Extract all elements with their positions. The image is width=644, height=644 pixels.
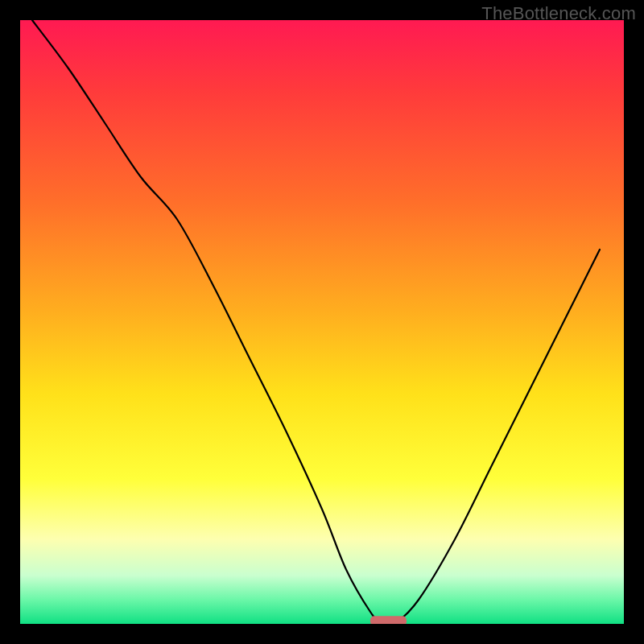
bottleneck-chart-svg (20, 20, 624, 624)
watermark-text: TheBottleneck.com (481, 3, 636, 24)
plot-area (20, 20, 624, 624)
chart-frame: TheBottleneck.com (0, 0, 644, 644)
optimal-marker (370, 616, 407, 624)
gradient-background (20, 20, 624, 624)
